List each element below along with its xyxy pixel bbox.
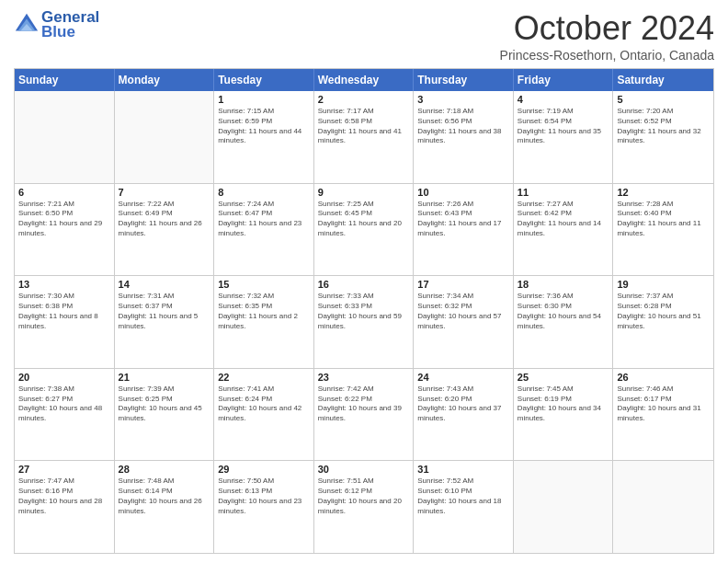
day-number: 3 — [417, 94, 509, 105]
calendar: SundayMondayTuesdayWednesdayThursdayFrid… — [14, 68, 714, 554]
cell-info: Sunrise: 7:17 AMSunset: 6:58 PMDaylight:… — [318, 107, 410, 146]
calendar-cell — [15, 91, 115, 183]
calendar-row: 1Sunrise: 7:15 AMSunset: 6:59 PMDaylight… — [15, 91, 713, 184]
calendar-cell: 3Sunrise: 7:18 AMSunset: 6:56 PMDaylight… — [414, 91, 514, 183]
logo-icon — [14, 12, 40, 38]
calendar-cell — [613, 461, 713, 553]
cell-info: Sunrise: 7:32 AMSunset: 6:35 PMDaylight:… — [218, 292, 310, 331]
day-number: 30 — [318, 464, 410, 475]
calendar-cell: 23Sunrise: 7:42 AMSunset: 6:22 PMDayligh… — [314, 369, 415, 461]
cell-info: Sunrise: 7:24 AMSunset: 6:47 PMDaylight:… — [218, 200, 310, 239]
header-day: Sunday — [15, 69, 115, 91]
day-number: 26 — [617, 372, 710, 383]
day-number: 11 — [518, 187, 609, 198]
day-number: 7 — [119, 187, 210, 198]
calendar-cell: 21Sunrise: 7:39 AMSunset: 6:25 PMDayligh… — [115, 369, 215, 461]
day-number: 16 — [318, 279, 410, 290]
calendar-cell: 19Sunrise: 7:37 AMSunset: 6:28 PMDayligh… — [613, 276, 713, 368]
cell-info: Sunrise: 7:26 AMSunset: 6:43 PMDaylight:… — [417, 200, 509, 239]
header-day: Tuesday — [214, 69, 314, 91]
day-number: 18 — [518, 279, 609, 290]
day-number: 31 — [417, 464, 509, 475]
day-number: 25 — [518, 372, 609, 383]
cell-info: Sunrise: 7:39 AMSunset: 6:25 PMDaylight:… — [119, 385, 210, 424]
calendar-row: 20Sunrise: 7:38 AMSunset: 6:27 PMDayligh… — [15, 369, 713, 462]
cell-info: Sunrise: 7:42 AMSunset: 6:22 PMDaylight:… — [318, 385, 410, 424]
cell-info: Sunrise: 7:31 AMSunset: 6:37 PMDaylight:… — [119, 292, 210, 331]
title-block: October 2024 Princess-Rosethorn, Ontario… — [500, 9, 714, 63]
cell-info: Sunrise: 7:34 AMSunset: 6:32 PMDaylight:… — [417, 292, 509, 331]
calendar-cell — [514, 461, 614, 553]
day-number: 10 — [417, 187, 509, 198]
day-number: 20 — [18, 372, 110, 383]
calendar-cell: 6Sunrise: 7:21 AMSunset: 6:50 PMDaylight… — [15, 184, 115, 276]
day-number: 8 — [218, 187, 310, 198]
cell-info: Sunrise: 7:43 AMSunset: 6:20 PMDaylight:… — [417, 385, 509, 424]
calendar-cell: 2Sunrise: 7:17 AMSunset: 6:58 PMDaylight… — [314, 91, 415, 183]
cell-info: Sunrise: 7:15 AMSunset: 6:59 PMDaylight:… — [218, 107, 310, 146]
day-number: 29 — [218, 464, 310, 475]
cell-info: Sunrise: 7:18 AMSunset: 6:56 PMDaylight:… — [417, 107, 509, 146]
cell-info: Sunrise: 7:36 AMSunset: 6:30 PMDaylight:… — [518, 292, 609, 331]
logo: General Blue — [14, 9, 99, 40]
calendar-cell: 1Sunrise: 7:15 AMSunset: 6:59 PMDaylight… — [214, 91, 314, 183]
cell-info: Sunrise: 7:28 AMSunset: 6:40 PMDaylight:… — [617, 200, 710, 239]
cell-info: Sunrise: 7:41 AMSunset: 6:24 PMDaylight:… — [218, 385, 310, 424]
calendar-cell: 29Sunrise: 7:50 AMSunset: 6:13 PMDayligh… — [214, 461, 314, 553]
calendar-cell — [115, 91, 215, 183]
header-day: Monday — [115, 69, 215, 91]
cell-info: Sunrise: 7:22 AMSunset: 6:49 PMDaylight:… — [119, 200, 210, 239]
calendar-cell: 17Sunrise: 7:34 AMSunset: 6:32 PMDayligh… — [414, 276, 514, 368]
cell-info: Sunrise: 7:51 AMSunset: 6:12 PMDaylight:… — [318, 477, 410, 516]
cell-info: Sunrise: 7:50 AMSunset: 6:13 PMDaylight:… — [218, 477, 310, 516]
day-number: 1 — [218, 94, 310, 105]
header: General Blue October 2024 Princess-Roset… — [14, 9, 714, 63]
calendar-body: 1Sunrise: 7:15 AMSunset: 6:59 PMDaylight… — [15, 91, 713, 553]
calendar-cell: 28Sunrise: 7:48 AMSunset: 6:14 PMDayligh… — [115, 461, 215, 553]
calendar-cell: 26Sunrise: 7:46 AMSunset: 6:17 PMDayligh… — [613, 369, 713, 461]
header-day: Friday — [514, 69, 614, 91]
cell-info: Sunrise: 7:20 AMSunset: 6:52 PMDaylight:… — [617, 107, 710, 146]
header-day: Wednesday — [314, 69, 415, 91]
cell-info: Sunrise: 7:37 AMSunset: 6:28 PMDaylight:… — [617, 292, 710, 331]
cell-info: Sunrise: 7:38 AMSunset: 6:27 PMDaylight:… — [18, 385, 110, 424]
day-number: 23 — [318, 372, 410, 383]
day-number: 2 — [318, 94, 410, 105]
calendar-cell: 7Sunrise: 7:22 AMSunset: 6:49 PMDaylight… — [115, 184, 215, 276]
calendar-cell: 11Sunrise: 7:27 AMSunset: 6:42 PMDayligh… — [514, 184, 614, 276]
cell-info: Sunrise: 7:30 AMSunset: 6:38 PMDaylight:… — [18, 292, 110, 331]
calendar-cell: 9Sunrise: 7:25 AMSunset: 6:45 PMDaylight… — [314, 184, 415, 276]
calendar-cell: 4Sunrise: 7:19 AMSunset: 6:54 PMDaylight… — [514, 91, 614, 183]
calendar-cell: 16Sunrise: 7:33 AMSunset: 6:33 PMDayligh… — [314, 276, 415, 368]
month-title: October 2024 — [500, 9, 714, 48]
day-number: 22 — [218, 372, 310, 383]
page: General Blue October 2024 Princess-Roset… — [0, 0, 728, 563]
cell-info: Sunrise: 7:25 AMSunset: 6:45 PMDaylight:… — [318, 200, 410, 239]
calendar-cell: 13Sunrise: 7:30 AMSunset: 6:38 PMDayligh… — [15, 276, 115, 368]
calendar-cell: 5Sunrise: 7:20 AMSunset: 6:52 PMDaylight… — [613, 91, 713, 183]
calendar-cell: 14Sunrise: 7:31 AMSunset: 6:37 PMDayligh… — [115, 276, 215, 368]
calendar-cell: 24Sunrise: 7:43 AMSunset: 6:20 PMDayligh… — [414, 369, 514, 461]
day-number: 5 — [617, 94, 710, 105]
day-number: 14 — [119, 279, 210, 290]
day-number: 28 — [119, 464, 210, 475]
cell-info: Sunrise: 7:27 AMSunset: 6:42 PMDaylight:… — [518, 200, 609, 239]
calendar-cell: 30Sunrise: 7:51 AMSunset: 6:12 PMDayligh… — [314, 461, 415, 553]
cell-info: Sunrise: 7:46 AMSunset: 6:17 PMDaylight:… — [617, 385, 710, 424]
calendar-row: 27Sunrise: 7:47 AMSunset: 6:16 PMDayligh… — [15, 461, 713, 553]
cell-info: Sunrise: 7:45 AMSunset: 6:19 PMDaylight:… — [518, 385, 609, 424]
day-number: 9 — [318, 187, 410, 198]
day-number: 27 — [18, 464, 110, 475]
day-number: 19 — [617, 279, 710, 290]
calendar-cell: 20Sunrise: 7:38 AMSunset: 6:27 PMDayligh… — [15, 369, 115, 461]
day-number: 24 — [417, 372, 509, 383]
header-day: Thursday — [414, 69, 514, 91]
cell-info: Sunrise: 7:19 AMSunset: 6:54 PMDaylight:… — [518, 107, 609, 146]
calendar-cell: 22Sunrise: 7:41 AMSunset: 6:24 PMDayligh… — [214, 369, 314, 461]
calendar-cell: 25Sunrise: 7:45 AMSunset: 6:19 PMDayligh… — [514, 369, 614, 461]
header-day: Saturday — [613, 69, 713, 91]
calendar-cell: 15Sunrise: 7:32 AMSunset: 6:35 PMDayligh… — [214, 276, 314, 368]
calendar-row: 13Sunrise: 7:30 AMSunset: 6:38 PMDayligh… — [15, 276, 713, 369]
day-number: 13 — [18, 279, 110, 290]
day-number: 12 — [617, 187, 710, 198]
